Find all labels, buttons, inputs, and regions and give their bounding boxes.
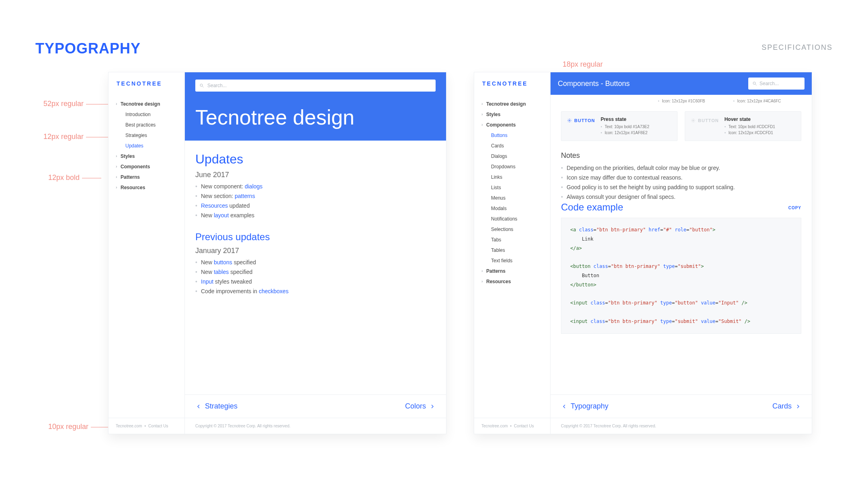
svg-point-2 <box>753 82 755 84</box>
sidebar-item[interactable]: ›Styles <box>482 109 543 120</box>
footer: Tecnotree.com • Contact Us Copyright © 2… <box>108 418 446 434</box>
sidebar-item[interactable]: ›Patterns <box>482 266 543 276</box>
pager-prev[interactable]: Typography <box>561 402 608 411</box>
chevron-icon: › <box>481 101 483 106</box>
sidebar-item[interactable]: ›Resources <box>482 276 543 287</box>
annot-12b: 12px bold <box>48 174 104 182</box>
code-heading: Code example <box>561 202 623 212</box>
nav: ›Tecnotree designIntroductionBest practi… <box>117 99 177 193</box>
arrow-left-icon <box>561 403 567 410</box>
sidebar: TECNOTREE ›Tecnotree designIntroductionB… <box>108 72 185 418</box>
list-item: New component: dialogs <box>195 182 436 191</box>
breadcrumb: Components - Buttons <box>558 80 743 88</box>
inline-link[interactable]: tables <box>214 269 229 275</box>
search-icon <box>752 81 757 86</box>
sidebar-item-label: Introduction <box>125 112 151 117</box>
note-item: Always consult your designer of final sp… <box>561 192 801 202</box>
sidebar-item[interactable]: ›Resources <box>117 182 177 193</box>
inline-link[interactable]: Input <box>201 278 213 285</box>
list-item: New layout examples <box>195 210 436 220</box>
annot-crumb-18r: 18px regular <box>563 60 603 69</box>
updates-list: New component: dialogsNew section: patte… <box>195 182 436 220</box>
note-item: Depending on the priorities, default col… <box>561 163 801 173</box>
sidebar-item[interactable]: Best practices <box>117 120 177 130</box>
press-title: Press state <box>601 116 649 122</box>
chevron-icon: › <box>116 174 117 179</box>
code-block: <a class="btn btn-primary" href="#" role… <box>561 218 801 334</box>
annot-52r: 52px regular <box>43 100 113 108</box>
sidebar-item[interactable]: Text fields <box>482 255 543 266</box>
sidebar-item[interactable]: ›Patterns <box>117 172 177 182</box>
sidebar-item[interactable]: Notifications <box>482 214 543 224</box>
list-item: Resources updated <box>195 201 436 210</box>
sidebar-item[interactable]: ›Components <box>482 120 543 130</box>
chevron-icon: › <box>116 185 117 190</box>
pager-next[interactable]: Cards <box>772 402 801 411</box>
footer-link-contact[interactable]: Contact Us <box>514 424 534 428</box>
sidebar-item[interactable]: Links <box>482 172 543 182</box>
pager-prev[interactable]: Strategies <box>195 402 237 411</box>
sidebar-item-label: Components <box>486 122 516 128</box>
sidebar-item[interactable]: Modals <box>482 203 543 214</box>
state-hover: BUTTON Hover state Text: 10px bold #CDCF… <box>685 111 801 141</box>
inline-link[interactable]: patterns <box>235 193 255 199</box>
spec-top-1: Icon: 12x12px #1C60FB <box>658 98 726 104</box>
sidebar-item-label: Resources <box>486 279 511 284</box>
list-item: Input styles tweaked <box>195 277 436 286</box>
hover-spec-1: Text: 10px bold #CDCFD1 <box>725 124 775 130</box>
search-input[interactable]: Search... <box>748 78 805 90</box>
chevron-icon: › <box>116 164 117 169</box>
sidebar-item[interactable]: ›Tecnotree design <box>482 99 543 109</box>
sidebar-item[interactable]: Updates <box>117 141 177 151</box>
chevron-icon: › <box>481 112 483 116</box>
chevron-icon: › <box>116 101 117 106</box>
search-icon <box>199 83 204 88</box>
sidebar-item[interactable]: Buttons <box>482 130 543 141</box>
sidebar-item[interactable]: Cards <box>482 141 543 151</box>
list-item: New tables specified <box>195 267 436 277</box>
sidebar-item-label: Components <box>121 164 150 170</box>
sidebar-item[interactable]: Dropdowns <box>482 161 543 172</box>
sidebar-item-label: Menus <box>491 195 506 201</box>
sidebar: TECNOTREE ›Tecnotree design›Styles›Compo… <box>474 72 551 418</box>
sidebar-item[interactable]: Lists <box>482 182 543 193</box>
inline-link[interactable]: layout <box>214 212 229 219</box>
inline-link[interactable]: checkboxes <box>259 288 289 294</box>
inline-link[interactable]: Resources <box>201 202 228 209</box>
sidebar-item[interactable]: Strategies <box>117 130 177 141</box>
pager-next[interactable]: Colors <box>405 402 436 411</box>
sidebar-item[interactable]: Menus <box>482 193 543 203</box>
note-item: Icon size may differ due to contextual r… <box>561 173 801 182</box>
prev-updates-list: New buttons specifiedNew tables specifie… <box>195 257 436 296</box>
inline-link[interactable]: dialogs <box>245 183 262 190</box>
copy-button[interactable]: COPY <box>788 206 801 210</box>
footer-link-site[interactable]: Tecnotree.com <box>481 424 508 428</box>
section-previous: Previous updates <box>195 231 436 243</box>
arrow-right-icon <box>795 403 801 410</box>
sidebar-item[interactable]: Dialogs <box>482 151 543 161</box>
sidebar-item[interactable]: ›Components <box>117 161 177 172</box>
sidebar-item[interactable]: Tables <box>482 245 543 255</box>
search-input[interactable]: Search... <box>195 80 436 92</box>
arrow-right-icon <box>429 403 436 410</box>
sidebar-item[interactable]: Introduction <box>117 109 177 120</box>
brand-logo: TECNOTREE <box>117 80 177 87</box>
brand-logo: TECNOTREE <box>482 80 543 87</box>
footer-link-site[interactable]: Tecnotree.com <box>116 424 142 428</box>
svg-point-5 <box>693 120 694 121</box>
sidebar-item-label: Links <box>491 174 502 180</box>
search-placeholder: Search... <box>760 81 779 86</box>
sidebar-item[interactable]: Tabs <box>482 235 543 245</box>
press-spec-1: Text: 10px bold #1A73E2 <box>601 124 649 130</box>
page-title: Tecnotree design <box>195 105 436 129</box>
svg-line-1 <box>203 86 204 88</box>
inline-link[interactable]: buttons <box>214 259 232 266</box>
sidebar-item-label: Tabs <box>491 237 501 243</box>
footer-link-contact[interactable]: Contact Us <box>148 424 168 428</box>
hero: Search... Tecnotree design <box>185 72 446 141</box>
list-item: New section: patterns <box>195 191 436 201</box>
sidebar-item[interactable]: Selections <box>482 224 543 235</box>
section-updates: Updates <box>195 152 436 167</box>
sidebar-item[interactable]: ›Tecnotree design <box>117 99 177 109</box>
sidebar-item[interactable]: ›Styles <box>117 151 177 161</box>
